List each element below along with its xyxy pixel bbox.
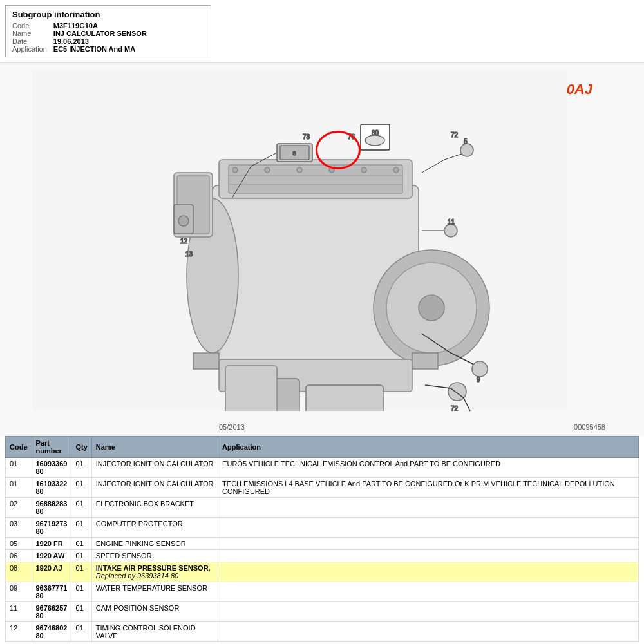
cell-code: 01	[6, 458, 32, 478]
cell-application	[218, 550, 639, 562]
cell-application: EURO5 VEHICLE TECHNICAL EMISSION CONTROL…	[218, 458, 639, 478]
cell-code: 06	[6, 550, 32, 562]
svg-text:8: 8	[292, 150, 296, 156]
cell-part-number: 9674680280	[32, 622, 71, 642]
cell-application	[218, 538, 639, 550]
cell-part-number: 9671927380	[32, 518, 71, 538]
cell-part-number: 1920 FR	[32, 538, 71, 550]
svg-text:11: 11	[448, 218, 455, 225]
engine-diagram-area: OEM 1920AJ	[0, 62, 644, 436]
cell-qty: 01	[71, 518, 91, 538]
name-value: INJ CALCULATOR SENSOR	[53, 30, 147, 37]
svg-point-28	[365, 135, 384, 146]
table-row: 081920 AJ01INTAKE AIR PRESSURE SENSOR,Re…	[6, 562, 639, 582]
svg-point-9	[329, 167, 334, 173]
svg-point-32	[178, 216, 189, 226]
table-row: 01160933698001INJECTOR IGNITION CALCULAT…	[6, 458, 639, 478]
cell-qty: 01	[71, 458, 91, 478]
name-label: Name	[12, 30, 53, 37]
cell-qty: 01	[71, 478, 91, 498]
cell-name: ELECTRONIC BOX BRACKET	[91, 498, 218, 518]
cell-application	[218, 518, 639, 538]
svg-rect-48	[225, 366, 277, 411]
col-header-qty: Qty	[71, 437, 91, 458]
svg-point-7	[265, 167, 270, 173]
parts-table-body: 01160933698001INJECTOR IGNITION CALCULAT…	[6, 458, 639, 642]
cell-code: 12	[6, 622, 32, 642]
cell-application	[218, 622, 639, 642]
cell-qty: 01	[71, 582, 91, 602]
cell-name: INTAKE AIR PRESSURE SENSOR,Replaced by 9…	[91, 562, 218, 582]
cell-qty: 01	[71, 562, 91, 582]
svg-point-10	[361, 167, 366, 173]
application-value: EC5 INJECTION And MA	[53, 45, 147, 53]
table-row: 09963677718001WATER TEMPERATURE SENSOR	[6, 582, 639, 602]
cell-qty: 01	[71, 550, 91, 562]
cell-name: COMPUTER PROTECTOR	[91, 518, 218, 538]
svg-text:72: 72	[451, 131, 459, 138]
cell-qty: 01	[71, 498, 91, 518]
cell-name: TIMING CONTROL SOLENOID VALVE	[91, 622, 218, 642]
svg-point-15	[419, 295, 444, 321]
subgroup-details: Code M3F119G10A Name INJ CALCULATOR SENS…	[12, 22, 147, 53]
application-label: Application	[12, 45, 53, 53]
table-row: 12967468028001TIMING CONTROL SOLENOID VA…	[6, 622, 639, 642]
diagram-date: 05/2013	[219, 423, 245, 431]
cell-application	[218, 582, 639, 602]
cell-application	[218, 602, 639, 622]
cell-code: 01	[6, 478, 32, 498]
table-row: 03967192738001COMPUTER PROTECTOR	[6, 518, 639, 538]
svg-point-38	[444, 224, 457, 237]
cell-application	[218, 498, 639, 518]
col-header-part-number: Partnumber	[32, 437, 71, 458]
cell-application: TECH EMISSIONS L4 BASE VEHICLE And PART …	[218, 478, 639, 498]
svg-text:13: 13	[185, 251, 193, 258]
col-header-name: Name	[91, 437, 218, 458]
cell-part-number: 1610332280	[32, 478, 71, 498]
svg-text:73: 73	[303, 133, 310, 140]
cell-code: 02	[6, 498, 32, 518]
table-row: 02968882838001ELECTRONIC BOX BRACKET	[6, 498, 639, 518]
cell-code: 11	[6, 602, 32, 622]
svg-point-33	[460, 144, 473, 156]
parts-table-area: Code Partnumber Qty Name Application 011…	[0, 436, 644, 642]
cell-qty: 01	[71, 538, 91, 550]
table-row: 061920 AW01SPEED SENSOR	[6, 550, 639, 562]
cell-name: SPEED SENSOR	[91, 550, 218, 562]
svg-point-6	[232, 167, 238, 173]
table-row: 01161033228001INJECTOR IGNITION CALCULAT…	[6, 478, 639, 498]
col-header-application: Application	[218, 437, 639, 458]
col-header-code: Code	[6, 437, 32, 458]
cell-part-number: 1609336980	[32, 458, 71, 478]
svg-text:76: 76	[348, 133, 355, 140]
cell-name: INJECTOR IGNITION CALCULATOR	[91, 478, 218, 498]
svg-rect-46	[306, 385, 383, 411]
svg-rect-17	[193, 353, 219, 369]
cell-part-number: 9636777180	[32, 582, 71, 602]
table-header-row: Code Partnumber Qty Name Application	[6, 437, 639, 458]
cell-part-number: 1920 AJ	[32, 562, 71, 582]
svg-point-11	[393, 167, 399, 173]
svg-point-8	[297, 167, 302, 173]
cell-code: 09	[6, 582, 32, 602]
svg-point-36	[472, 361, 488, 377]
svg-text:5: 5	[464, 138, 468, 145]
cell-part-number: 9688828380	[32, 498, 71, 518]
cell-part-number: 9676625780	[32, 602, 71, 622]
cell-name: ENGINE PINKING SENSOR	[91, 538, 218, 550]
svg-text:12: 12	[180, 238, 188, 245]
cell-name: INJECTOR IGNITION CALCULATOR	[91, 458, 218, 478]
cell-qty: 01	[71, 602, 91, 622]
table-row: 11967662578001CAM POSITION SENSOR	[6, 602, 639, 622]
table-row: 051920 FR01ENGINE PINKING SENSOR	[6, 538, 639, 550]
svg-rect-18	[412, 353, 438, 369]
svg-text:72: 72	[451, 405, 459, 411]
date-label: Date	[12, 37, 53, 45]
cell-code: 05	[6, 538, 32, 550]
cell-name: WATER TEMPERATURE SENSOR	[91, 582, 218, 602]
cell-qty: 01	[71, 622, 91, 642]
cell-part-number: 1920 AW	[32, 550, 71, 562]
subgroup-title: Subgroup information	[12, 10, 204, 19]
diagram-code: 00095458	[574, 423, 605, 431]
cell-name: CAM POSITION SENSOR	[91, 602, 218, 622]
